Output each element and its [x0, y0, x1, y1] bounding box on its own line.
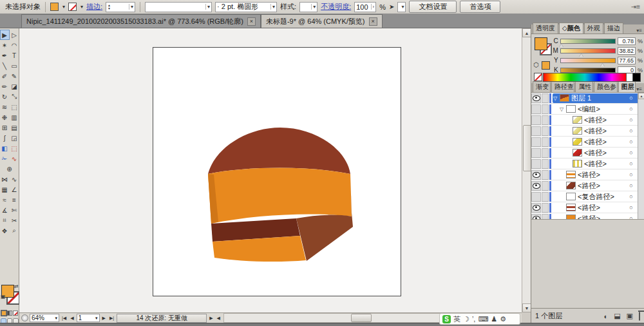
- ime-wrench-icon[interactable]: ⚙: [500, 314, 506, 324]
- select-similar-dropdown[interactable]: ▾: [397, 2, 406, 12]
- layer-row[interactable]: <路径>○: [531, 180, 644, 191]
- target-circle[interactable]: ○: [627, 139, 635, 145]
- dropdown-arrow-icon[interactable]: ▾: [95, 316, 98, 321]
- stroke-dropdown-arrow-icon[interactable]: ▾: [80, 4, 83, 10]
- color-value-field[interactable]: 77.65: [618, 57, 636, 64]
- lock-toggle[interactable]: [542, 159, 549, 169]
- pen-tool[interactable]: ✒: [0, 50, 10, 61]
- layer-row[interactable]: <路径>○: [531, 158, 644, 169]
- layer-row[interactable]: <路径>○: [531, 202, 644, 213]
- delete-layer-button[interactable]: [639, 312, 640, 320]
- cake-illustration[interactable]: [19, 28, 522, 312]
- vertical-scrollbar[interactable]: ▲ ▼: [522, 28, 531, 312]
- dropdown-arrow-icon[interactable]: ›: [371, 4, 375, 10]
- lock-toggle[interactable]: [542, 115, 549, 125]
- fill-dropdown-arrow-icon[interactable]: ▾: [62, 4, 65, 10]
- out-of-gamut-cube-icon[interactable]: ⬡: [533, 61, 539, 68]
- layer-row[interactable]: <路径>○: [531, 137, 644, 148]
- target-circle[interactable]: ○: [627, 128, 635, 134]
- layer-row[interactable]: <路径>○: [531, 148, 644, 158]
- color-value-field[interactable]: 0.78: [618, 37, 636, 45]
- horizontal-scroll-thumb[interactable]: [351, 314, 372, 322]
- layer-row-main[interactable]: <路径>○: [553, 126, 644, 136]
- target-circle[interactable]: ○: [627, 215, 635, 220]
- status-expand-icon[interactable]: ▶: [208, 316, 214, 321]
- layer-row-main[interactable]: <路径>○: [553, 137, 644, 147]
- visibility-toggle[interactable]: [531, 170, 541, 180]
- tab-透明度[interactable]: 透明度: [533, 23, 558, 34]
- lock-toggle[interactable]: [542, 137, 549, 147]
- paintbrush-tool[interactable]: ✐: [0, 71, 10, 81]
- color-slider-track[interactable]: [560, 58, 616, 63]
- slider-thumb[interactable]: [580, 53, 583, 57]
- stroke-color-swatch[interactable]: [68, 3, 77, 11]
- layer-row-main[interactable]: <路径>○: [553, 159, 644, 169]
- slider-thumb[interactable]: [559, 44, 563, 47]
- slice-tool[interactable]: ✁: [0, 153, 10, 164]
- scale-tool[interactable]: ⤡: [10, 91, 19, 102]
- tab-◇颜色[interactable]: ◇颜色: [559, 23, 583, 34]
- panel-menu-icon[interactable]: ▾≡: [636, 86, 642, 92]
- crop-area-tool[interactable]: ⌗: [0, 215, 10, 225]
- scroll-up-icon[interactable]: ▲: [638, 93, 644, 99]
- target-circle[interactable]: ○: [627, 149, 635, 156]
- target-circle[interactable]: ○: [627, 193, 635, 200]
- layer-row[interactable]: ▽<编组>○: [531, 104, 644, 115]
- target-circle[interactable]: ○: [627, 160, 635, 167]
- scribble-tool[interactable]: ≈: [0, 195, 10, 205]
- visibility-toggle[interactable]: [531, 148, 541, 158]
- layer-row-main[interactable]: ▽<编组>○: [553, 104, 644, 114]
- artboard-tool[interactable]: ⊕: [0, 164, 19, 174]
- next-artboard-button[interactable]: ▶: [101, 316, 107, 321]
- tab-描边[interactable]: 描边: [604, 23, 623, 34]
- visibility-toggle[interactable]: [531, 126, 541, 136]
- lock-toggle[interactable]: [542, 148, 549, 158]
- stepper-arrows-icon[interactable]: ▲▼: [108, 4, 111, 10]
- rectangle-tool[interactable]: ▭: [10, 61, 19, 71]
- visibility-toggle[interactable]: [531, 115, 541, 125]
- visibility-toggle[interactable]: [531, 214, 541, 220]
- layer-row-main[interactable]: <路径>○: [553, 170, 644, 180]
- artboard-number-select[interactable]: 1 ▾: [77, 314, 100, 322]
- target-circle[interactable]: ○: [627, 182, 635, 189]
- lock-toggle[interactable]: [542, 214, 549, 220]
- rotate-tool[interactable]: ↻: [0, 91, 10, 102]
- expand-triangle-icon[interactable]: ▽: [559, 106, 564, 112]
- prev-artboard-button[interactable]: ◀: [69, 316, 75, 321]
- none-color-swatch[interactable]: [534, 73, 542, 81]
- shear-tool[interactable]: ∠: [10, 184, 19, 195]
- column-graph-tool[interactable]: ▥: [10, 112, 19, 122]
- opacity-link[interactable]: 不透明度:: [321, 2, 351, 12]
- visibility-toggle[interactable]: [531, 159, 541, 169]
- selection-tool[interactable]: ▶: [0, 30, 10, 40]
- visibility-toggle[interactable]: [531, 104, 541, 114]
- layer-row[interactable]: <路径>○: [531, 115, 644, 126]
- target-circle[interactable]: ○: [627, 95, 635, 101]
- opacity-field[interactable]: 100 ›: [354, 2, 376, 12]
- layer-row[interactable]: <复合路径>○: [531, 191, 644, 202]
- white-swatch[interactable]: [627, 73, 633, 82]
- ime-moon-icon[interactable]: ☽: [463, 314, 469, 324]
- lock-toggle[interactable]: [542, 126, 549, 136]
- symbol-sprayer-tool[interactable]: ❉: [0, 112, 10, 122]
- style-select[interactable]: ▾: [299, 2, 317, 12]
- brush-definition-select[interactable]: · 2 pt. 椭圆形 ▾: [215, 2, 277, 12]
- first-artboard-button[interactable]: |◀: [61, 316, 68, 321]
- layer-row[interactable]: ▽图层 1○: [531, 93, 644, 104]
- fill-color-swatch[interactable]: [50, 3, 59, 11]
- line-segment-tool[interactable]: ╲: [0, 61, 10, 71]
- ime-punctuation-icon[interactable]: ’,: [472, 314, 476, 324]
- pencil-tool[interactable]: ✎: [10, 71, 19, 81]
- new-sublayer-button[interactable]: ⬓: [614, 312, 620, 320]
- stroke-weight-field[interactable]: ▲▼ ▾: [106, 2, 135, 12]
- eraser-tool[interactable]: ◪: [10, 81, 19, 91]
- close-tab-icon[interactable]: ×: [247, 17, 256, 26]
- new-layer-button[interactable]: ▣: [627, 312, 633, 320]
- lock-toggle[interactable]: [542, 203, 549, 213]
- variable-width-profile-select[interactable]: ▾: [145, 2, 212, 12]
- target-circle[interactable]: ○: [627, 204, 635, 211]
- measure-tool[interactable]: ∡: [0, 205, 10, 215]
- document-tab[interactable]: 未标题-9* @ 64% (CMYK/预览)×: [261, 14, 383, 28]
- lock-toggle[interactable]: [542, 93, 549, 103]
- zoom-level-select[interactable]: 64% ▾: [30, 314, 59, 322]
